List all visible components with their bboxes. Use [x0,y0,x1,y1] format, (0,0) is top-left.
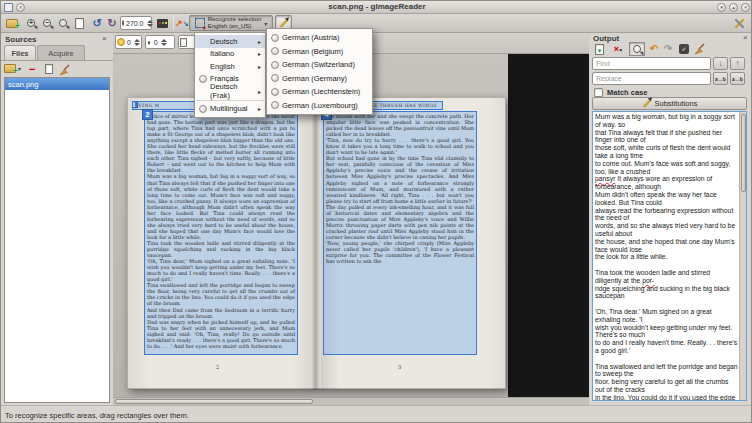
titlebar[interactable]: × scan.png - gImageReader ▾ ▴ × [1,1,752,14]
tab-acquire[interactable]: Acquire [37,45,85,60]
broom-icon [59,64,71,76]
close-button[interactable]: × [741,3,750,12]
rotation-spinner[interactable] [147,20,153,27]
minimize-button[interactable]: ▾ [717,3,726,12]
menu-item-multilingual[interactable]: Multilingual▸ [195,103,265,116]
clear-list-button[interactable] [59,64,71,76]
rotation-value: 270.0 [124,20,146,27]
submenu-arrow-icon: ▸ [258,50,261,57]
match-case-label: Match case [607,88,647,97]
export-icon: ▼ [595,44,604,55]
delete-page-icon [45,64,53,74]
radio-icon [199,75,207,83]
pen-icon [279,19,287,27]
status-text: To recognize specific areas, drag rectan… [5,411,189,420]
rotation-spinbox[interactable]: 270.0 [120,16,152,30]
gimagereader-window: × scan.png - gImageReader ▾ ▴ × ↺ ↻ 270.… [0,0,752,423]
find-input[interactable] [592,57,711,70]
find-next-button[interactable]: ↓ [713,57,728,70]
scrollbar-thumb[interactable] [115,399,313,404]
clear-dropdown-icon[interactable]: ▾ [619,46,622,53]
contrast-spinner[interactable] [161,39,167,46]
replace-button[interactable]: a→b [713,72,728,85]
scrollbar-thumb[interactable] [741,114,746,192]
replace-all-button[interactable]: a→b [730,72,745,85]
menu-item-german-switzerland[interactable]: German (Switzerland) [267,58,372,72]
menu-item-german-liechtenstein[interactable]: German (Liechtenstein) [267,85,372,99]
strip-linebreaks-button[interactable] [693,43,707,55]
export-output-button[interactable]: ▼ [592,43,606,55]
scan-background [508,54,589,397]
sources-panel: Sources × Files Acquire ▾ − scan.png [1,33,113,405]
submenu-arrow-icon: ▸ [258,63,261,70]
status-bar: To recognize specific areas, drag rectan… [1,405,752,423]
window-title: scan.png - gImageReader [1,2,752,11]
rotate-right-button[interactable]: ↻ [104,15,120,31]
redo-button[interactable]: ↷ [661,42,675,54]
ocr-region-right-page[interactable]: the broom with her and she swept the con… [323,111,477,355]
canvas-horizontal-scrollbar[interactable] [113,397,589,405]
delete-file-button[interactable] [45,64,53,74]
clear-output-button[interactable]: ×▾ [609,43,627,55]
undo-button[interactable]: ↶ [647,42,661,54]
zoom-in-icon [27,19,35,27]
brightness-spinner[interactable] [134,39,140,46]
add-images-button[interactable]: ▾ [4,64,21,73]
remove-image-button[interactable]: − [29,63,35,75]
broom-icon [694,43,706,55]
zoom-out-button[interactable] [39,15,55,31]
open-dropdown-icon[interactable]: ▾ [18,65,21,72]
best-fit-icon [75,18,84,29]
contrast-spinbox[interactable]: ◐ 0 [145,35,175,49]
file-list-item[interactable]: scan.png [5,78,109,90]
german-submenu: German (Austria) German (Belgium) German… [266,28,373,115]
image-controls-button[interactable] [154,15,170,31]
page-number-right: 3 [398,364,401,370]
auto-layout-button[interactable]: ↗↘ [175,15,189,31]
menu-item-german-germany[interactable]: German (Germany) [267,72,372,86]
open-image-button[interactable] [3,15,21,31]
sources-close-icon[interactable]: × [102,35,107,43]
best-fit-button[interactable] [71,15,87,31]
zoom-out-icon [43,19,51,27]
ocr-region-left-page[interactable]: a slice of mirror left. Most of it was b… [144,111,298,355]
find-prev-button[interactable]: ↑ [730,57,745,70]
brightness-spinbox[interactable]: 0 [115,35,142,49]
pen-icon [642,99,650,107]
submenu-arrow-icon: ▸ [258,88,261,95]
recognize-button[interactable]: Recognize selection English (en_US) ▾ [189,15,273,31]
menu-item-italiano[interactable]: Italiano▸ [195,48,265,61]
menu-item-german-belgium[interactable]: German (Belgium) [267,45,372,59]
recognize-language: English (en_US) [208,23,252,29]
spellcheck-icon: ✓ [679,44,689,54]
radio-icon [271,34,279,42]
find-replace-button[interactable] [629,42,645,56]
match-case-checkbox[interactable] [594,88,603,97]
output-close-icon[interactable]: × [743,34,748,42]
menu-item-german-austria[interactable]: German (Austria) [267,31,372,45]
menu-item-deutsch-frak[interactable]: Deutsch (Frak)▸ [195,85,265,98]
recognize-icon [195,18,205,28]
settings-button[interactable] [732,15,748,31]
arrow-down-icon: ↓ [719,59,723,68]
maximize-button[interactable]: ▴ [729,3,738,12]
radio-icon [271,61,279,69]
rotate-left-button[interactable]: ↺ [89,15,105,31]
match-case-row: Match case [594,88,647,97]
submenu-arrow-icon: ▸ [258,105,261,112]
output-vertical-scrollbar[interactable] [739,112,746,400]
arrow-up-icon: ↑ [736,59,740,68]
zoom-in-button[interactable] [23,15,39,31]
substitutions-button[interactable]: Substitutions [592,97,747,110]
menu-item-deutsch[interactable]: Deutsch▸ [195,35,265,48]
tab-files[interactable]: Files [4,45,36,60]
page-number-left: 2 [216,364,219,370]
menu-item-english[interactable]: English▸ [195,60,265,73]
output-textarea[interactable]: Mum was a big woman, but big in a soggy … [592,111,747,401]
radio-icon [271,74,279,82]
spellcheck-button[interactable]: ✓ [677,43,691,55]
replace-input[interactable] [592,72,711,85]
language-menu: Deutsch▸ Italiano▸ English▸ Français Deu… [194,32,266,118]
zoom-original-button[interactable] [55,15,71,31]
menu-item-german-luxembourg[interactable]: German (Luxembourg) [267,99,372,113]
